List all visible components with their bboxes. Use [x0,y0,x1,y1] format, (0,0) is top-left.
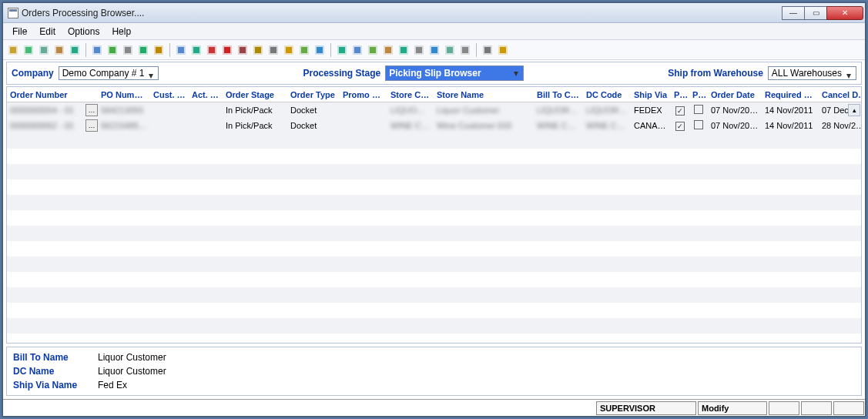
page-nav-icon[interactable] [350,43,364,57]
svg-rect-37 [301,47,307,53]
svg-rect-13 [109,47,116,53]
cell-order_date: 07 Nov/2011 [708,106,762,115]
column-header-act_fill[interactable]: Act. Fill% [189,90,223,99]
grid-green-icon[interactable] [106,43,119,57]
menu-help[interactable]: Help [107,25,136,39]
app-icon [8,8,18,18]
column-header-req_date[interactable]: Required Date [762,90,819,99]
minimize-button[interactable]: — [782,6,805,20]
help-icon[interactable] [496,43,510,57]
column-header-po[interactable]: PO Number [98,90,150,99]
table-row[interactable]: 0000000062 - 01…562154854054In Pick/Pack… [7,118,861,133]
svg-rect-57 [462,47,468,53]
page2-icon[interactable] [412,43,426,57]
cell-pi [671,106,689,116]
warehouse-select[interactable]: ALL Warehouses [768,66,856,80]
cell-type: Docket [287,121,340,130]
column-header-cust_fill[interactable]: Cust. Fill% [150,90,189,99]
svg-rect-19 [156,47,162,53]
status-slot-3 [833,401,864,415]
menu-options[interactable]: Options [63,25,104,39]
svg-rect-27 [224,47,230,53]
sheet-icon[interactable] [37,43,51,57]
column-header-bill_to[interactable]: Bill To Code [534,90,583,99]
pa-checkbox[interactable] [694,105,703,114]
pi-checkbox[interactable] [675,122,685,131]
menu-edit[interactable]: Edit [35,25,60,39]
stop-icon[interactable] [205,43,219,57]
table-row[interactable]: 0000000054 - 01…584213055In Pick/PackDoc… [7,102,861,118]
send-icon[interactable] [335,43,349,57]
arrow-play-icon[interactable] [136,43,150,57]
cancel-grid-icon[interactable] [236,43,250,57]
sheet2-icon[interactable] [381,43,395,57]
bin-icon[interactable] [266,43,280,57]
cell-order_no: 0000000054 - 01 [7,106,82,115]
svg-rect-9 [72,47,78,53]
sheet3-icon[interactable] [443,43,457,57]
row-details-button[interactable]: … [85,119,98,132]
column-header-order_no[interactable]: Order Number [7,90,82,99]
menu-file[interactable]: File [8,25,32,39]
column-header-stage[interactable]: Order Stage [223,90,287,99]
book-icon[interactable] [313,43,327,57]
warehouse-label: Ship from Warehouse [668,68,763,79]
cell-type: Docket [287,106,340,115]
svg-rect-25 [209,47,215,53]
toolbar [3,40,865,60]
scroll-up-button[interactable]: ▴ [848,104,860,116]
cell-order_no: 0000000062 - 01 [7,121,82,130]
column-header-store_code[interactable]: Store Code [387,90,434,99]
svg-rect-47 [385,47,391,53]
doc-plus-icon[interactable] [282,43,296,57]
grid-body[interactable]: 0000000054 - 01…584213055In Pick/PackDoc… [7,102,861,343]
column-header-order_date[interactable]: Order Date [708,90,762,99]
column-header-pa[interactable]: Pa... [689,90,708,99]
pencil-icon[interactable] [6,43,20,57]
balance-icon[interactable] [251,43,265,57]
copy-icon[interactable] [174,43,188,57]
ship-via-name-label: Ship Via Name [13,380,98,391]
svg-rect-31 [255,47,261,53]
svg-rect-53 [431,47,437,53]
svg-rect-43 [354,47,360,53]
tree-icon[interactable] [366,43,380,57]
dc-name-value: Liquor Customer [98,366,855,377]
column-header-shipvia[interactable]: Ship Via [631,90,671,99]
column-header-promo[interactable]: Promo Type [340,90,387,99]
company-select[interactable]: Demo Company # 1 [59,66,159,80]
svg-rect-5 [41,47,47,53]
column-header-type[interactable]: Order Type [287,90,340,99]
tool-icon[interactable] [481,43,494,57]
page-icon[interactable] [22,43,35,57]
cell-store_name: Wine Customer 033 [434,121,534,130]
refresh-icon[interactable] [189,43,203,57]
svg-rect-35 [286,47,292,53]
column-header-store_name[interactable]: Store Name [434,90,534,99]
book-open-icon[interactable] [427,43,441,57]
list-icon[interactable] [458,43,472,57]
pa-checkbox[interactable] [694,120,703,129]
maximize-button[interactable]: ▭ [804,6,827,20]
funnel-icon[interactable] [152,43,166,57]
row-details-button[interactable]: … [85,104,98,116]
doc-icon[interactable] [121,43,135,57]
edit-form-icon[interactable] [90,43,104,57]
swap-icon[interactable] [297,43,311,57]
cell-po: 562154854054 [98,121,150,130]
processing-stage-select[interactable]: Picking Slip Browser [385,65,524,81]
svg-rect-41 [339,47,345,53]
check-icon[interactable] [68,43,82,57]
detail-panel: Bill To Name Liquor Customer DC Name Liq… [6,347,862,396]
column-header-pi[interactable]: Pi... [671,90,689,99]
column-header-cancel_date[interactable]: Cancel Date [819,90,862,99]
column-header-dc[interactable]: DC Code [583,90,631,99]
close-button[interactable]: ✕ [826,6,863,20]
recycle-icon[interactable] [397,43,411,57]
clipboard-icon[interactable] [52,43,66,57]
titlebar[interactable]: Orders Processing Browser.... — ▭ ✕ [3,3,865,23]
svg-rect-61 [500,47,506,53]
cell-order_date: 07 Nov/2011 [708,121,762,130]
pi-checkbox[interactable] [675,106,685,116]
target-icon[interactable] [220,43,234,57]
